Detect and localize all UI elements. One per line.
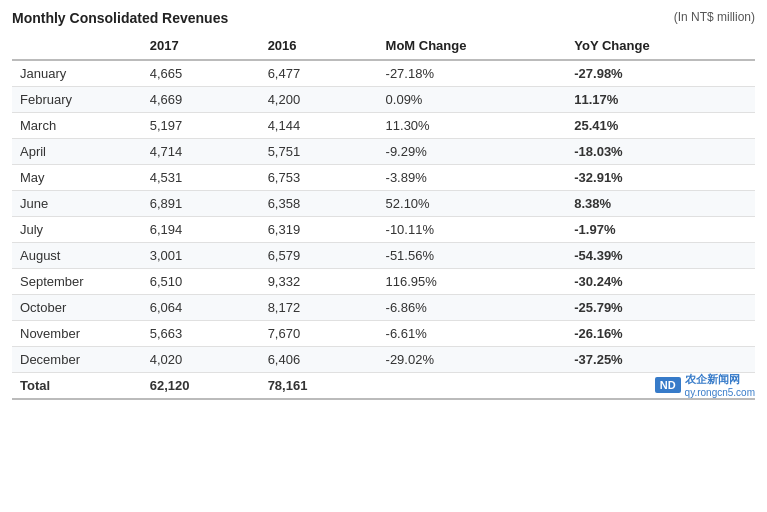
cell-2016: 6,477	[260, 60, 378, 87]
cell-2016: 8,172	[260, 295, 378, 321]
cell-month: February	[12, 87, 142, 113]
cell-2016: 6,753	[260, 165, 378, 191]
main-container: Monthly Consolidated Revenues (In NT$ mi…	[0, 0, 767, 410]
cell-2016: 6,319	[260, 217, 378, 243]
cell-yoy: 11.17%	[566, 87, 755, 113]
col-header-mom: MoM Change	[378, 32, 567, 60]
table-row: December4,0206,406-29.02%-37.25%	[12, 347, 755, 373]
cell-mom: -10.11%	[378, 217, 567, 243]
table-row: February4,6694,2000.09%11.17%	[12, 87, 755, 113]
cell-2017: 4,669	[142, 87, 260, 113]
cell-2016: 9,332	[260, 269, 378, 295]
col-header-2017: 2017	[142, 32, 260, 60]
cell-2016: 6,406	[260, 347, 378, 373]
cell-2017: 4,531	[142, 165, 260, 191]
table-total-row: Total62,12078,161	[12, 373, 755, 400]
table-row: August3,0016,579-51.56%-54.39%	[12, 243, 755, 269]
cell-month: April	[12, 139, 142, 165]
total-2016: 78,161	[260, 373, 378, 400]
cell-2017: 5,663	[142, 321, 260, 347]
watermark-text-block: 农企新闻网 qy.rongcn5.com	[685, 372, 755, 398]
cell-2017: 4,665	[142, 60, 260, 87]
table-row: March5,1974,14411.30%25.41%	[12, 113, 755, 139]
cell-2017: 6,194	[142, 217, 260, 243]
watermark-url: qy.rongcn5.com	[685, 387, 755, 398]
total-label: Total	[12, 373, 142, 400]
cell-yoy: -32.91%	[566, 165, 755, 191]
cell-mom: 52.10%	[378, 191, 567, 217]
table-body: January4,6656,477-27.18%-27.98%February4…	[12, 60, 755, 399]
cell-month: May	[12, 165, 142, 191]
header-row: Monthly Consolidated Revenues (In NT$ mi…	[12, 10, 755, 26]
cell-yoy: -30.24%	[566, 269, 755, 295]
cell-month: March	[12, 113, 142, 139]
cell-2017: 4,714	[142, 139, 260, 165]
cell-month: December	[12, 347, 142, 373]
cell-yoy: -37.25%	[566, 347, 755, 373]
cell-2016: 5,751	[260, 139, 378, 165]
cell-yoy: -18.03%	[566, 139, 755, 165]
col-header-month	[12, 32, 142, 60]
table-title: Monthly Consolidated Revenues	[12, 10, 228, 26]
watermark: ND 农企新闻网 qy.rongcn5.com	[655, 372, 755, 398]
cell-mom: 0.09%	[378, 87, 567, 113]
table-row: November5,6637,670-6.61%-26.16%	[12, 321, 755, 347]
cell-mom: -6.61%	[378, 321, 567, 347]
cell-2017: 5,197	[142, 113, 260, 139]
revenue-table: 2017 2016 MoM Change YoY Change January4…	[12, 32, 755, 400]
cell-mom: -27.18%	[378, 60, 567, 87]
cell-month: January	[12, 60, 142, 87]
cell-2017: 6,510	[142, 269, 260, 295]
cell-yoy: 25.41%	[566, 113, 755, 139]
cell-2016: 4,200	[260, 87, 378, 113]
cell-2016: 6,579	[260, 243, 378, 269]
cell-month: November	[12, 321, 142, 347]
cell-2016: 4,144	[260, 113, 378, 139]
table-header-row: 2017 2016 MoM Change YoY Change	[12, 32, 755, 60]
cell-mom: -3.89%	[378, 165, 567, 191]
table-row: July6,1946,319-10.11%-1.97%	[12, 217, 755, 243]
table-row: May4,5316,753-3.89%-32.91%	[12, 165, 755, 191]
col-header-2016: 2016	[260, 32, 378, 60]
table-row: June6,8916,35852.10%8.38%	[12, 191, 755, 217]
cell-month: August	[12, 243, 142, 269]
cell-yoy: -27.98%	[566, 60, 755, 87]
cell-month: September	[12, 269, 142, 295]
cell-month: October	[12, 295, 142, 321]
cell-2016: 6,358	[260, 191, 378, 217]
cell-2017: 4,020	[142, 347, 260, 373]
total-2017: 62,120	[142, 373, 260, 400]
cell-mom: -9.29%	[378, 139, 567, 165]
col-header-yoy: YoY Change	[566, 32, 755, 60]
table-row: April4,7145,751-9.29%-18.03%	[12, 139, 755, 165]
table-row: January4,6656,477-27.18%-27.98%	[12, 60, 755, 87]
cell-mom: 116.95%	[378, 269, 567, 295]
cell-2016: 7,670	[260, 321, 378, 347]
cell-2017: 3,001	[142, 243, 260, 269]
cell-mom: -51.56%	[378, 243, 567, 269]
cell-yoy: -26.16%	[566, 321, 755, 347]
cell-2017: 6,891	[142, 191, 260, 217]
cell-mom: 11.30%	[378, 113, 567, 139]
cell-yoy: -1.97%	[566, 217, 755, 243]
cell-month: June	[12, 191, 142, 217]
cell-2017: 6,064	[142, 295, 260, 321]
cell-yoy: -25.79%	[566, 295, 755, 321]
cell-yoy: 8.38%	[566, 191, 755, 217]
cell-month: July	[12, 217, 142, 243]
cell-mom: -6.86%	[378, 295, 567, 321]
table-row: September6,5109,332116.95%-30.24%	[12, 269, 755, 295]
unit-label: (In NT$ million)	[674, 10, 755, 24]
cell-mom: -29.02%	[378, 347, 567, 373]
watermark-logo: ND	[655, 377, 681, 393]
total-mom	[378, 373, 567, 400]
watermark-site-name: 农企新闻网	[685, 372, 755, 387]
watermark-inner: ND 农企新闻网 qy.rongcn5.com	[655, 372, 755, 398]
cell-yoy: -54.39%	[566, 243, 755, 269]
table-row: October6,0648,172-6.86%-25.79%	[12, 295, 755, 321]
